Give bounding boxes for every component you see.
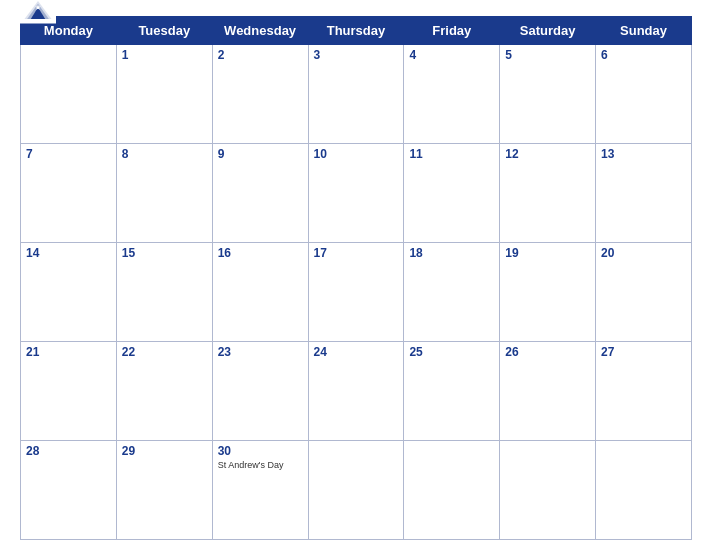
date-number: 19 <box>505 246 590 260</box>
date-number: 21 <box>26 345 111 359</box>
date-number: 6 <box>601 48 686 62</box>
date-number: 28 <box>26 444 111 458</box>
date-number: 20 <box>601 246 686 260</box>
calendar-cell: 10 <box>308 144 404 243</box>
date-number: 4 <box>409 48 494 62</box>
calendar-cell: 9 <box>212 144 308 243</box>
date-number: 24 <box>314 345 399 359</box>
weekday-header-tuesday: Tuesday <box>116 17 212 45</box>
calendar-cell: 25 <box>404 342 500 441</box>
date-number: 14 <box>26 246 111 260</box>
calendar-cell: 20 <box>596 243 692 342</box>
calendar-cell: 6 <box>596 45 692 144</box>
weekday-header-sunday: Sunday <box>596 17 692 45</box>
calendar-table: MondayTuesdayWednesdayThursdayFridaySatu… <box>20 16 692 540</box>
date-number: 25 <box>409 345 494 359</box>
calendar-cell: 18 <box>404 243 500 342</box>
calendar-cell: 21 <box>21 342 117 441</box>
calendar-cell: 19 <box>500 243 596 342</box>
calendar-cell: 8 <box>116 144 212 243</box>
calendar-cell: 24 <box>308 342 404 441</box>
calendar-cell: 26 <box>500 342 596 441</box>
calendar-cell <box>21 45 117 144</box>
date-number: 30 <box>218 444 303 458</box>
calendar-cell: 11 <box>404 144 500 243</box>
calendar-week-5: 282930St Andrew's Day <box>21 441 692 540</box>
calendar-cell: 4 <box>404 45 500 144</box>
weekday-header-thursday: Thursday <box>308 17 404 45</box>
holiday-label: St Andrew's Day <box>218 460 303 470</box>
weekday-header-wednesday: Wednesday <box>212 17 308 45</box>
date-number: 17 <box>314 246 399 260</box>
calendar-cell: 3 <box>308 45 404 144</box>
calendar-cell: 27 <box>596 342 692 441</box>
calendar-cell: 1 <box>116 45 212 144</box>
calendar-cell: 14 <box>21 243 117 342</box>
date-number: 7 <box>26 147 111 161</box>
date-number: 5 <box>505 48 590 62</box>
calendar-cell: 23 <box>212 342 308 441</box>
date-number: 23 <box>218 345 303 359</box>
calendar-week-1: 123456 <box>21 45 692 144</box>
calendar-cell <box>500 441 596 540</box>
calendar-cell: 22 <box>116 342 212 441</box>
calendar-cell: 5 <box>500 45 596 144</box>
calendar-cell: 28 <box>21 441 117 540</box>
calendar-cell: 15 <box>116 243 212 342</box>
calendar-cell: 7 <box>21 144 117 243</box>
date-number: 22 <box>122 345 207 359</box>
date-number: 9 <box>218 147 303 161</box>
calendar-cell: 29 <box>116 441 212 540</box>
date-number: 16 <box>218 246 303 260</box>
calendar-cell: 16 <box>212 243 308 342</box>
weekday-header-row: MondayTuesdayWednesdayThursdayFridaySatu… <box>21 17 692 45</box>
calendar-cell: 17 <box>308 243 404 342</box>
calendar-cell <box>596 441 692 540</box>
calendar-week-2: 78910111213 <box>21 144 692 243</box>
calendar-cell: 30St Andrew's Day <box>212 441 308 540</box>
calendar-cell: 12 <box>500 144 596 243</box>
date-number: 12 <box>505 147 590 161</box>
weekday-header-saturday: Saturday <box>500 17 596 45</box>
date-number: 10 <box>314 147 399 161</box>
date-number: 3 <box>314 48 399 62</box>
weekday-header-friday: Friday <box>404 17 500 45</box>
calendar-week-3: 14151617181920 <box>21 243 692 342</box>
date-number: 29 <box>122 444 207 458</box>
date-number: 13 <box>601 147 686 161</box>
calendar-cell: 2 <box>212 45 308 144</box>
calendar-cell <box>308 441 404 540</box>
date-number: 27 <box>601 345 686 359</box>
date-number: 1 <box>122 48 207 62</box>
calendar-cell <box>404 441 500 540</box>
date-number: 18 <box>409 246 494 260</box>
date-number: 2 <box>218 48 303 62</box>
date-number: 11 <box>409 147 494 161</box>
date-number: 15 <box>122 246 207 260</box>
date-number: 26 <box>505 345 590 359</box>
date-number: 8 <box>122 147 207 161</box>
calendar-cell: 13 <box>596 144 692 243</box>
logo <box>20 0 56 24</box>
calendar-week-4: 21222324252627 <box>21 342 692 441</box>
